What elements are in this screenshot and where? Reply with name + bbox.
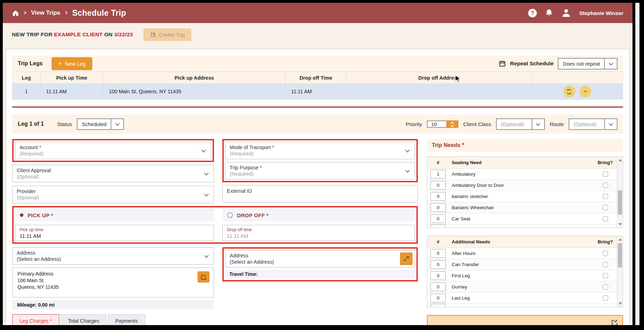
bring-checkbox[interactable] [603, 216, 608, 221]
tab-leg-charges[interactable]: Leg Charges * [12, 314, 59, 325]
seating-qty-input[interactable] [430, 181, 446, 190]
client-class-label: Client Class [463, 121, 491, 127]
additional-qty-input[interactable] [430, 294, 446, 302]
trip-leg-row[interactable]: 1 11:11 AM 100 Main St, Queens, NY 11435… [12, 83, 623, 100]
dropoff-address-select[interactable]: Address (Select an Address) [225, 250, 415, 267]
account-select[interactable]: Account * (Required) [15, 142, 211, 159]
edit-additional-info-button[interactable] [611, 319, 618, 325]
trip-needs-title: Trip Needs * [427, 139, 623, 152]
create-trip-button[interactable]: Create Trip [143, 29, 191, 41]
new-trip-text: NEW TRIP FOR EXAMPLE CLIENT ON 3/22/23 [12, 31, 133, 38]
repeat-schedule-label: Repeat Schedule [510, 60, 554, 67]
seating-table-scrollbar[interactable] [617, 157, 623, 228]
pickup-radio-selected[interactable] [20, 213, 23, 217]
chevron-down-icon [532, 119, 544, 129]
dropoff-radio-unselected[interactable] [227, 212, 233, 218]
dropoff-address-required-highlight: Address (Select an Address) Travel Time: [222, 247, 418, 281]
seating-qty-input[interactable] [430, 192, 446, 201]
chevron-down-icon [604, 119, 617, 129]
bring-checkbox[interactable] [603, 262, 608, 267]
pickup-address-select[interactable]: Address (Select an Address) [12, 247, 214, 265]
route-select[interactable]: (Optional) [569, 118, 617, 130]
additional-information-section: Additional Information [427, 315, 623, 325]
bring-checkbox[interactable] [603, 205, 608, 210]
refresh-leg-button[interactable] [563, 86, 575, 97]
chevron-down-icon [201, 148, 206, 153]
pickup-dropoff-required-highlight: PICK UP * Pick up time 11:11 AM DROP OFF… [12, 206, 418, 244]
seating-need-row: Bariatric Wheelchair [427, 202, 617, 213]
status-label: Status [57, 121, 72, 127]
plus-icon: + [58, 60, 62, 67]
priority-stepper[interactable] [446, 120, 458, 128]
bring-checkbox[interactable] [603, 251, 608, 256]
help-icon[interactable]: ? [528, 8, 537, 18]
scroll-up-icon[interactable] [619, 238, 622, 241]
edit-address-button[interactable] [198, 271, 209, 283]
svg-text:?: ? [531, 10, 534, 16]
external-id-input[interactable]: External ID [222, 185, 418, 203]
chevron-down-icon [204, 192, 209, 197]
schedule-trip-page: > View Trips > Schedule Trip ? Stephanie… [3, 3, 632, 325]
bring-checkbox[interactable] [603, 183, 608, 188]
pickup-time-input[interactable]: Pick up time 11:11 AM [15, 225, 214, 241]
scroll-down-icon[interactable] [619, 302, 622, 305]
route-map-button[interactable] [400, 252, 413, 265]
dropoff-time-input[interactable]: Drop off time 11:11 AM [222, 225, 415, 241]
additional-qty-input[interactable] [430, 260, 446, 269]
route-icon [403, 256, 409, 262]
priority-down-button[interactable] [447, 124, 458, 127]
client-name: EXAMPLE CLIENT [54, 31, 103, 37]
user-avatar-icon[interactable] [561, 8, 571, 18]
leg-number: 1 [12, 83, 40, 100]
breadcrumb-view-trips[interactable]: View Trips [31, 9, 60, 16]
leg-header-band: Leg 1 of 1 Status Scheduled Priority Cli… [12, 115, 623, 133]
additional-qty-input[interactable] [430, 283, 446, 291]
travel-time-label: Travel Time: [225, 270, 415, 279]
status-select[interactable]: Scheduled [77, 118, 124, 130]
edit-icon [201, 274, 207, 280]
bring-checkbox[interactable] [603, 194, 608, 199]
seating-qty-input[interactable] [430, 203, 446, 212]
trip-date: 3/22/23 [114, 31, 133, 37]
trip-needs-panel: Trip Needs * # Seating Need Bring? Ambul… [427, 139, 623, 325]
additional-qty-input[interactable] [430, 249, 446, 258]
tab-payments[interactable]: Payments [108, 314, 145, 325]
seating-qty-input[interactable] [430, 214, 446, 223]
new-leg-button[interactable]: + New Leg [52, 57, 92, 70]
new-trip-subheader: NEW TRIP FOR EXAMPLE CLIENT ON 3/22/23 C… [3, 23, 632, 46]
page-scrollbar[interactable] [635, 3, 639, 325]
route-label: Route [550, 121, 564, 127]
tab-total-charges[interactable]: Total Charges [61, 314, 106, 325]
bring-checkbox[interactable] [603, 171, 608, 177]
bring-checkbox[interactable] [603, 273, 608, 278]
priority-input[interactable] [427, 120, 446, 128]
additional-need-row: Gurney [427, 281, 617, 293]
remove-leg-button[interactable]: − [579, 86, 591, 97]
leg-dropoff-time: 11:11 AM [285, 83, 346, 100]
client-approval-select[interactable]: Client Approval (Optional) [12, 165, 214, 182]
trip-purpose-select[interactable]: Trip Purpose * (Required) [225, 162, 415, 179]
seating-qty-input[interactable] [430, 170, 446, 178]
trip-legs-table-header: Leg Pick up Time Pick up Address Drop of… [12, 72, 623, 83]
trip-legs-title: Trip Legs [18, 60, 43, 67]
additional-needs-table: # Additional Needs Bring? After Hours Ca… [427, 236, 623, 307]
refresh-icon [566, 89, 572, 95]
scroll-up-icon[interactable] [619, 159, 622, 161]
client-class-select[interactable]: (Optional) [496, 118, 545, 130]
mode-of-transport-select[interactable]: Mode of Transport * (Required) [225, 142, 415, 159]
additional-qty-input[interactable] [430, 271, 446, 280]
scroll-down-icon[interactable] [619, 223, 622, 226]
home-icon[interactable] [12, 9, 19, 17]
chevron-down-icon [604, 59, 617, 69]
provider-select[interactable]: Provider (Optional) [12, 186, 214, 203]
bring-checkbox[interactable] [603, 295, 608, 301]
additional-table-scrollbar[interactable] [617, 236, 623, 307]
notifications-bell-icon[interactable] [545, 9, 553, 17]
bring-checkbox[interactable] [603, 284, 608, 289]
chevron-down-icon [405, 168, 410, 173]
chevron-down-icon [204, 254, 209, 258]
repeat-schedule-select[interactable]: Does not repeat [558, 58, 617, 69]
user-name[interactable]: Stephanie Winsor [579, 10, 623, 16]
save-icon [150, 32, 156, 37]
trip-card: Trip Legs + New Leg Repeat Schedule Does… [6, 49, 630, 325]
